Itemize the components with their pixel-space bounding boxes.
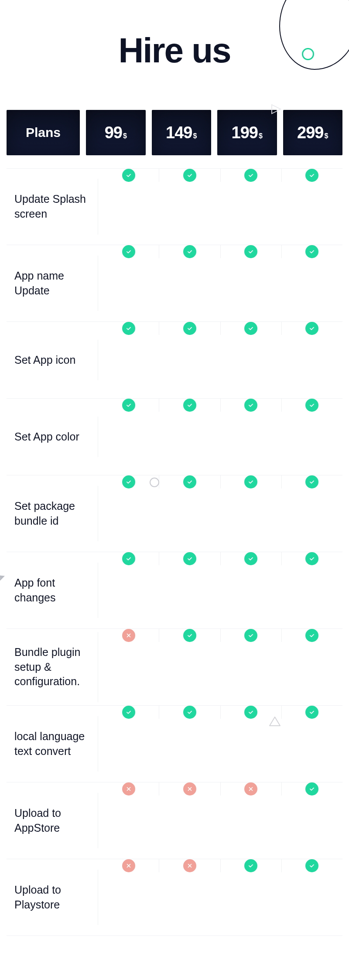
- check-icon: [244, 552, 257, 565]
- check-icon: [183, 552, 196, 565]
- check-icon: [305, 552, 318, 565]
- feature-cell: [221, 629, 282, 642]
- feature-cell: [221, 399, 282, 412]
- check-icon: [244, 629, 257, 642]
- feature-row: Upload to AppStore: [7, 782, 342, 859]
- price-299: 299$: [283, 110, 343, 155]
- check-icon: [122, 245, 135, 258]
- feature-label: Set App color: [7, 417, 98, 458]
- feature-cell: [282, 859, 342, 872]
- feature-cell: [282, 782, 342, 796]
- check-icon: [122, 169, 135, 182]
- check-icon: [305, 859, 318, 872]
- feature-cell: [282, 629, 342, 642]
- cross-icon: [122, 859, 135, 872]
- check-icon: [305, 322, 318, 335]
- feature-cell: [282, 245, 342, 258]
- feature-cell: [282, 322, 342, 335]
- check-icon: [305, 169, 318, 182]
- check-icon: [122, 322, 135, 335]
- feature-cell: [282, 706, 342, 719]
- feature-cell: [159, 782, 220, 796]
- pricing-table: Plans 99$ 149$ 199$ 299$ Update Splash s…: [7, 110, 342, 936]
- check-icon: [244, 169, 257, 182]
- feature-label: Upload to Playstore: [7, 870, 98, 925]
- feature-label: App font changes: [7, 563, 98, 618]
- feature-row: App name Update: [7, 245, 342, 322]
- feature-cell: [159, 475, 220, 488]
- feature-row: Set App color: [7, 399, 342, 475]
- feature-cell: [282, 169, 342, 182]
- plans-label: Plans: [26, 125, 61, 140]
- cross-icon: [183, 782, 196, 796]
- pricing-header-row: Plans 99$ 149$ 199$ 299$: [7, 110, 342, 155]
- feature-row: Update Splash screen: [7, 168, 342, 245]
- feature-row: Set package bundle id: [7, 475, 342, 552]
- feature-cell: [98, 399, 159, 412]
- check-icon: [244, 475, 257, 488]
- feature-cell: [159, 859, 220, 872]
- feature-cell: [159, 322, 220, 335]
- feature-body: Update Splash screenApp name UpdateSet A…: [7, 168, 342, 936]
- feature-cell: [98, 169, 159, 182]
- check-icon: [183, 706, 196, 719]
- feature-label: Set package bundle id: [7, 486, 98, 542]
- decorative-arrow-icon: ➤: [0, 570, 7, 584]
- feature-cell: [98, 475, 159, 488]
- feature-cell: [98, 706, 159, 719]
- check-icon: [305, 245, 318, 258]
- feature-cell: [221, 706, 282, 719]
- cross-icon: [122, 629, 135, 642]
- check-icon: [183, 629, 196, 642]
- check-icon: [122, 552, 135, 565]
- feature-label: Set App icon: [7, 340, 98, 381]
- feature-row: Bundle plugin setup & configuration.: [7, 629, 342, 706]
- check-icon: [183, 169, 196, 182]
- cross-icon: [244, 782, 257, 796]
- price-199: 199$: [217, 110, 277, 155]
- feature-label: Bundle plugin setup & configuration.: [7, 632, 98, 702]
- check-icon: [122, 706, 135, 719]
- check-icon: [244, 859, 257, 872]
- feature-cell: [221, 169, 282, 182]
- check-icon: [244, 706, 257, 719]
- feature-cell: [159, 169, 220, 182]
- feature-label: Upload to AppStore: [7, 793, 98, 849]
- feature-label: local language text convert: [7, 716, 98, 772]
- check-icon: [244, 245, 257, 258]
- feature-cell: [159, 245, 220, 258]
- feature-label: App name Update: [7, 256, 98, 311]
- feature-cell: [98, 322, 159, 335]
- check-icon: [183, 245, 196, 258]
- feature-cell: [159, 629, 220, 642]
- feature-row: local language text convert: [7, 706, 342, 782]
- check-icon: [305, 475, 318, 488]
- check-icon: [183, 399, 196, 412]
- check-icon: [122, 475, 135, 488]
- check-icon: [244, 322, 257, 335]
- feature-cell: [221, 322, 282, 335]
- check-icon: [305, 782, 318, 796]
- feature-cell: [282, 475, 342, 488]
- feature-cell: [282, 399, 342, 412]
- check-icon: [183, 475, 196, 488]
- feature-cell: [221, 245, 282, 258]
- page-title: Hire us: [0, 31, 349, 71]
- feature-cell: [159, 552, 220, 565]
- plans-header: Plans: [7, 110, 80, 155]
- feature-cell: [221, 782, 282, 796]
- feature-cell: [98, 859, 159, 872]
- price-99: 99$: [86, 110, 146, 155]
- check-icon: [305, 629, 318, 642]
- feature-cell: [98, 245, 159, 258]
- feature-row: Upload to Playstore: [7, 859, 342, 936]
- check-icon: [122, 399, 135, 412]
- cross-icon: [122, 782, 135, 796]
- feature-cell: [98, 782, 159, 796]
- check-icon: [305, 706, 318, 719]
- feature-cell: [98, 629, 159, 642]
- feature-cell: [221, 475, 282, 488]
- check-icon: [305, 399, 318, 412]
- feature-cell: [221, 552, 282, 565]
- feature-cell: [159, 706, 220, 719]
